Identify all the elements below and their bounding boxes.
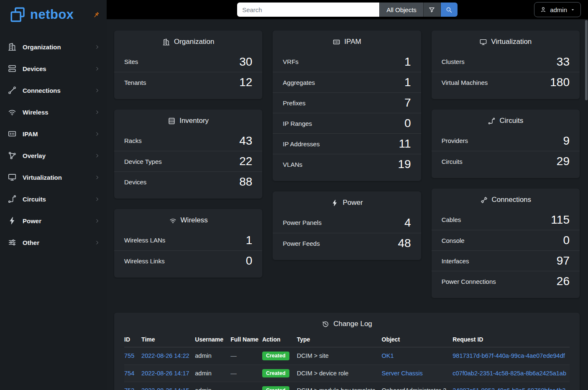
stat-row-ip-ranges: IP Ranges0: [273, 113, 421, 133]
stat-value-racks[interactable]: 43: [239, 134, 252, 148]
stat-value-providers[interactable]: 9: [563, 134, 570, 148]
changelog-title: Change Log: [333, 320, 372, 328]
dashboard-column: OrganizationSites30Tenants12InventoryRac…: [114, 31, 262, 298]
changelog-id-link[interactable]: 755: [124, 352, 134, 359]
chevron-right-icon: [95, 196, 100, 202]
sidebar-item-circuits[interactable]: Circuits: [0, 188, 107, 210]
changelog-time-link[interactable]: 2022-08-26 14:17: [141, 370, 189, 377]
sidebar-item-label: Wireless: [23, 109, 89, 116]
stat-value-power-feeds[interactable]: 48: [398, 237, 411, 250]
changelog-id-link[interactable]: 754: [124, 370, 134, 377]
netbox-logo[interactable]: netbox: [9, 6, 74, 23]
stat-label: Power Connections: [442, 278, 496, 285]
object-type-dropdown[interactable]: All Objects: [379, 3, 423, 17]
sidebar-pin-icon[interactable]: [92, 11, 100, 19]
stat-value-console[interactable]: 0: [563, 234, 570, 247]
stat-value-interfaces[interactable]: 97: [557, 254, 570, 268]
sidebar-item-virtualization[interactable]: Virtualization: [0, 166, 107, 188]
stat-value-ip-ranges[interactable]: 0: [404, 117, 411, 130]
dashboard-column: VirtualizationClusters33Virtual Machines…: [432, 31, 580, 298]
cell-username: admin: [195, 365, 230, 382]
sidebar-item-ipam[interactable]: IPAM: [0, 123, 107, 145]
stat-value-device-types[interactable]: 22: [239, 155, 252, 168]
changelog-request-link[interactable]: 9817317d-b67f-440a-99ca-4ae07ede94df: [453, 352, 565, 359]
changelog-object-link[interactable]: Server Chassis: [382, 370, 423, 377]
sidebar-item-power[interactable]: Power: [0, 210, 107, 232]
search-button[interactable]: [440, 3, 458, 17]
counter-icon: [8, 129, 17, 138]
transit-icon: [488, 117, 496, 125]
changelog-time-link[interactable]: 2022-08-26 14:15: [141, 387, 189, 390]
changelog-time-link[interactable]: 2022-08-26 14:22: [141, 352, 189, 359]
sidebar-item-overlay[interactable]: Overlay: [0, 145, 107, 166]
card-virtualization: VirtualizationClusters33Virtual Machines…: [432, 31, 580, 99]
topbar: All Objects admin: [107, 0, 588, 19]
stat-label: Virtual Machines: [442, 79, 488, 86]
sidebar-item-label: Organization: [23, 43, 89, 51]
card-title-row: Connections: [432, 189, 580, 209]
stat-value-vlans[interactable]: 19: [398, 158, 411, 171]
stat-row-circuits: Circuits29: [432, 151, 580, 171]
column-header-type: Type: [297, 334, 382, 347]
cell-full-name: —: [230, 347, 262, 365]
netbox-logo-icon: [9, 6, 27, 23]
stat-value-power-panels[interactable]: 4: [404, 216, 411, 229]
stat-value-devices[interactable]: 88: [239, 175, 252, 189]
vertical-scrollbar-thumb[interactable]: [585, 20, 588, 100]
stat-row-power-panels: Power Panels4: [273, 212, 421, 233]
stat-row-vrfs: VRFs1: [273, 51, 421, 72]
sidebar-item-organization[interactable]: Organization: [0, 36, 107, 58]
stat-value-tenants[interactable]: 12: [239, 76, 252, 89]
sidebar-item-other[interactable]: Other: [0, 232, 107, 253]
card-title: Power: [343, 199, 363, 207]
stat-value-aggregates[interactable]: 1: [404, 76, 411, 89]
devices-icon: [8, 64, 17, 73]
stat-value-ip-addresses[interactable]: 11: [399, 137, 411, 150]
changelog-object-link[interactable]: OK1: [382, 352, 394, 359]
chevron-right-icon: [95, 153, 100, 158]
stat-value-clusters[interactable]: 33: [557, 55, 570, 69]
changelog-request-link[interactable]: 24807c61-9952-49c6-b8a5-69760bfcc4b3: [453, 387, 565, 390]
stat-label: VLANs: [283, 161, 302, 168]
cell-id: 755: [124, 347, 141, 365]
stat-label: Prefixes: [283, 99, 305, 107]
caret-down-icon: [570, 8, 575, 12]
card-inventory: InventoryRacks43Device Types22Devices88: [114, 110, 262, 199]
changelog-table-wrap: IDTimeUsernameFull NameActionTypeObjectR…: [114, 334, 580, 390]
action-badge: Created: [262, 352, 289, 360]
wifi-icon: [8, 107, 17, 117]
user-menu-button[interactable]: admin: [534, 2, 581, 17]
card-wireless: WirelessWireless LANs1Wireless Links0: [114, 209, 262, 278]
changelog-request-link[interactable]: c07f0ab2-2351-4c58-825a-8b6a2425a1ab: [453, 370, 566, 377]
stat-row-wireless-links: Wireless Links0: [114, 250, 262, 271]
stat-value-cables[interactable]: 115: [551, 213, 570, 227]
cell-username: admin: [195, 382, 230, 390]
sidebar-item-wireless[interactable]: Wireless: [0, 101, 107, 123]
stat-value-virtual-machines[interactable]: 180: [550, 76, 570, 89]
stat-value-wireless-lans[interactable]: 1: [246, 234, 253, 247]
chevron-right-icon: [95, 110, 100, 115]
stat-row-power-connections: Power Connections26: [432, 271, 580, 291]
stat-row-devices: Devices88: [114, 171, 262, 192]
search-input[interactable]: [237, 3, 379, 17]
stat-value-circuits[interactable]: 29: [557, 155, 570, 168]
sidebar-item-devices[interactable]: Devices: [0, 58, 107, 79]
stat-value-sites[interactable]: 30: [239, 55, 252, 69]
sidebar-item-connections[interactable]: Connections: [0, 79, 107, 101]
chevron-right-icon: [95, 44, 100, 50]
changelog-id-link[interactable]: 753: [124, 387, 134, 390]
card-title: Inventory: [179, 117, 209, 125]
stat-value-wireless-links[interactable]: 0: [246, 254, 253, 268]
user-label: admin: [550, 6, 567, 13]
stat-value-power-connections[interactable]: 26: [557, 275, 570, 288]
stat-row-interfaces: Interfaces97: [432, 250, 580, 271]
filter-button[interactable]: [423, 3, 440, 17]
card-connections: ConnectionsCables115Console0Interfaces97…: [432, 189, 580, 298]
stat-value-prefixes[interactable]: 7: [404, 96, 411, 110]
graph-icon: [8, 151, 17, 160]
stat-value-vrfs[interactable]: 1: [404, 55, 411, 69]
stat-label: VRFs: [283, 58, 299, 65]
card-title-row: Power: [273, 191, 421, 212]
stat-label: Sites: [124, 58, 138, 65]
cell-action: Created: [262, 347, 297, 365]
